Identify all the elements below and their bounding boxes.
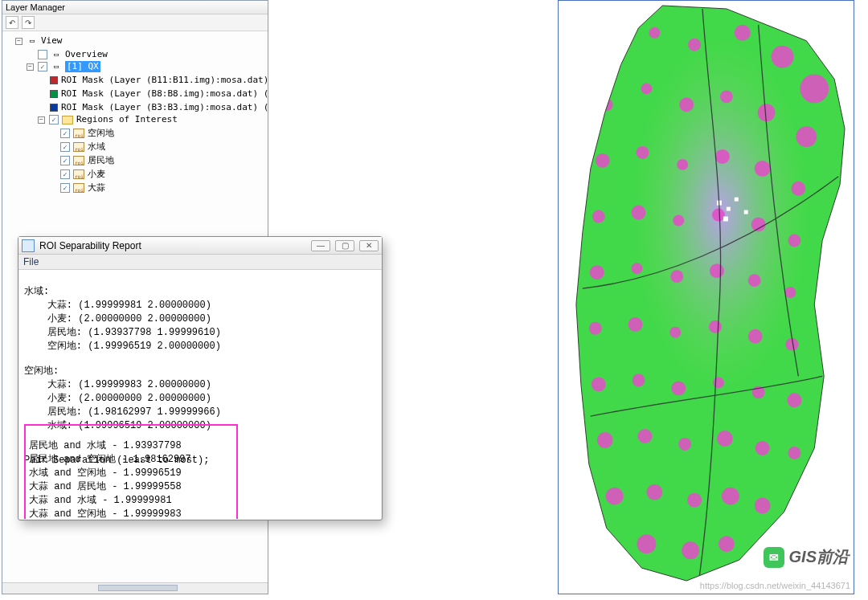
layer-manager-title: Layer Manager bbox=[2, 1, 268, 14]
layer-manager-scrollbar[interactable] bbox=[2, 582, 268, 594]
svg-point-7 bbox=[800, 75, 829, 104]
svg-point-4 bbox=[688, 39, 701, 51]
svg-point-33 bbox=[628, 317, 643, 332]
svg-point-9 bbox=[641, 83, 652, 94]
svg-point-30 bbox=[748, 274, 761, 287]
report-body[interactable]: 水域: 大蒜: (1.99999981 2.00000000) 小麦: (2.0… bbox=[19, 270, 381, 519]
tree-node-qx[interactable]: [1] QX bbox=[65, 61, 100, 72]
tree-node-roi[interactable]: 水域 bbox=[88, 141, 105, 153]
svg-point-56 bbox=[682, 541, 699, 559]
svg-point-35 bbox=[709, 320, 722, 333]
svg-point-44 bbox=[597, 432, 613, 448]
tree-node-mask[interactable]: ROI Mask (Layer (B3:B3.img):mosa.dat) (5… bbox=[61, 102, 268, 113]
minimize-button[interactable]: — bbox=[311, 240, 330, 251]
svg-point-28 bbox=[670, 270, 683, 283]
svg-point-46 bbox=[678, 438, 691, 451]
roi-icon bbox=[73, 129, 84, 138]
checkbox-roi[interactable]: ✓ bbox=[60, 183, 70, 193]
svg-point-57 bbox=[719, 536, 735, 552]
svg-point-14 bbox=[596, 153, 610, 168]
checkbox-roi[interactable]: ✓ bbox=[60, 169, 70, 179]
roi-icon bbox=[73, 156, 84, 165]
svg-point-43 bbox=[787, 393, 801, 407]
layer-swatch bbox=[50, 90, 58, 98]
tree-node-roi[interactable]: 空闲地 bbox=[88, 128, 114, 139]
svg-rect-60 bbox=[735, 198, 739, 202]
watermark-text: GIS前沿 bbox=[789, 546, 849, 568]
svg-point-47 bbox=[717, 431, 733, 447]
expand-view-icon[interactable]: − bbox=[15, 38, 23, 45]
svg-point-36 bbox=[748, 329, 763, 344]
tree-node-mask[interactable]: ROI Mask (Layer (B8:B8.img):mosa.dat) (8… bbox=[61, 88, 268, 100]
svg-point-2 bbox=[608, 42, 622, 56]
svg-point-8 bbox=[600, 98, 613, 111]
checkbox-roi[interactable]: ✓ bbox=[60, 156, 70, 165]
svg-point-27 bbox=[632, 263, 643, 274]
svg-point-6 bbox=[772, 46, 794, 68]
svg-point-48 bbox=[755, 441, 770, 455]
svg-point-45 bbox=[637, 429, 652, 443]
svg-point-38 bbox=[592, 377, 606, 391]
svg-point-13 bbox=[796, 126, 817, 147]
tree-node-roi-folder[interactable]: Regions of Interest bbox=[76, 114, 178, 125]
roi-icon bbox=[73, 142, 84, 152]
tree-node-roi[interactable]: 小麦 bbox=[88, 169, 105, 180]
checkbox-roi[interactable]: ✓ bbox=[60, 142, 70, 152]
roi-icon bbox=[73, 183, 84, 193]
checkbox-qx[interactable]: ✓ bbox=[38, 62, 47, 71]
watermark: ✉ GIS前沿 bbox=[764, 546, 849, 568]
checkbox-roi[interactable]: ✓ bbox=[60, 129, 70, 138]
svg-point-49 bbox=[788, 447, 800, 459]
svg-point-34 bbox=[669, 327, 681, 338]
tree-node-view[interactable]: View bbox=[41, 35, 63, 47]
checkbox-roi-folder[interactable]: ✓ bbox=[49, 115, 59, 124]
redo-button[interactable]: ↷ bbox=[22, 16, 35, 29]
expand-qx-icon[interactable]: − bbox=[27, 63, 34, 71]
roi-icon bbox=[73, 169, 84, 179]
svg-point-16 bbox=[677, 159, 688, 170]
tree-node-overview[interactable]: Overview bbox=[65, 49, 108, 60]
svg-point-31 bbox=[784, 287, 796, 298]
tree-node-roi[interactable]: 居民地 bbox=[88, 155, 114, 166]
svg-point-5 bbox=[735, 25, 751, 41]
svg-point-17 bbox=[715, 149, 730, 164]
svg-point-24 bbox=[751, 218, 766, 232]
svg-point-18 bbox=[755, 161, 771, 177]
close-button[interactable]: ✕ bbox=[359, 240, 379, 251]
svg-point-53 bbox=[722, 488, 739, 505]
svg-point-19 bbox=[791, 182, 805, 196]
csdn-url-watermark: https://blog.csdn.net/weixin_44143671 bbox=[700, 581, 850, 590]
svg-point-11 bbox=[720, 90, 733, 103]
overview-icon: ▭ bbox=[51, 50, 62, 59]
layer-manager-toolbar: ↶ ↷ bbox=[2, 14, 268, 31]
view-icon: ▭ bbox=[27, 36, 38, 46]
svg-rect-59 bbox=[727, 207, 731, 211]
classified-image bbox=[559, 1, 854, 592]
expand-roi-folder-icon[interactable]: − bbox=[38, 116, 45, 124]
svg-point-54 bbox=[755, 498, 771, 514]
svg-rect-62 bbox=[744, 210, 748, 214]
menu-file[interactable]: File bbox=[23, 256, 39, 267]
app-icon bbox=[22, 239, 35, 252]
svg-point-22 bbox=[673, 215, 684, 227]
roi-separability-window: ROI Separability Report — ▢ ✕ File 水域: 大… bbox=[18, 236, 383, 520]
undo-button[interactable]: ↶ bbox=[6, 16, 18, 29]
svg-point-10 bbox=[679, 97, 694, 112]
svg-point-25 bbox=[788, 234, 800, 247]
maximize-button[interactable]: ▢ bbox=[335, 240, 354, 251]
menu-bar: File bbox=[18, 255, 382, 270]
svg-point-32 bbox=[589, 322, 602, 335]
layer-swatch bbox=[50, 104, 58, 112]
window-title: ROI Separability Report bbox=[39, 240, 311, 251]
window-titlebar[interactable]: ROI Separability Report — ▢ ✕ bbox=[18, 237, 382, 255]
svg-point-26 bbox=[590, 265, 604, 280]
pair-separation-box: 居民地 and 水域 - 1.93937798 居民地 and 空闲地 - 1.… bbox=[24, 424, 238, 519]
checkbox-overview[interactable] bbox=[38, 50, 47, 59]
svg-point-20 bbox=[592, 210, 605, 223]
folder-icon bbox=[62, 116, 73, 124]
tree-node-mask[interactable]: ROI Mask (Layer (B11:B11.img):mosa.dat) … bbox=[61, 75, 268, 86]
tree-node-roi[interactable]: 大蒜 bbox=[88, 182, 105, 194]
layer-swatch bbox=[50, 76, 58, 84]
svg-point-15 bbox=[636, 146, 649, 159]
map-view-frame[interactable]: ✉ GIS前沿 https://blog.csdn.net/weixin_441… bbox=[558, 0, 854, 594]
